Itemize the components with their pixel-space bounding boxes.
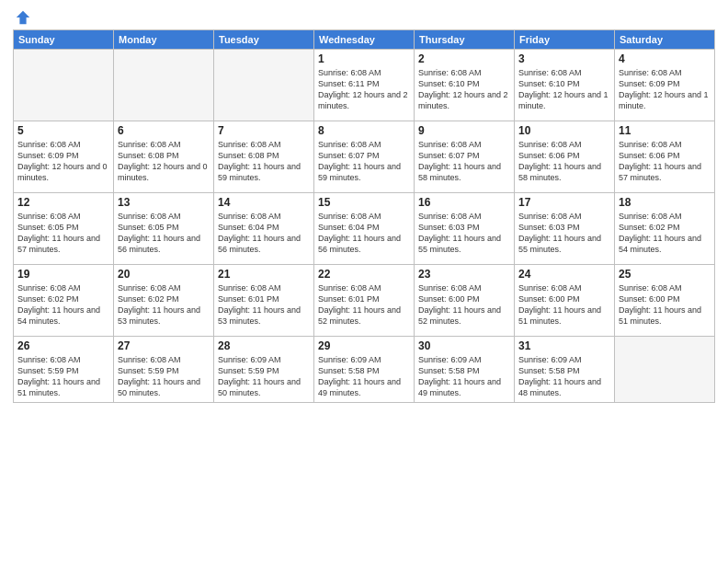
day-number: 11 [619,124,711,137]
calendar-cell: 29Sunrise: 6:09 AMSunset: 5:58 PMDayligh… [314,337,415,403]
calendar-cell: 15Sunrise: 6:08 AMSunset: 6:04 PMDayligh… [314,193,415,265]
day-number: 13 [118,196,210,209]
day-number: 2 [418,52,510,65]
calendar-cell: 7Sunrise: 6:08 AMSunset: 6:08 PMDaylight… [214,121,314,193]
day-number: 28 [218,339,310,352]
calendar-cell: 1Sunrise: 6:08 AMSunset: 6:11 PMDaylight… [314,50,415,121]
logo-icon [15,9,31,26]
day-info: Sunrise: 6:08 AMSunset: 6:01 PMDaylight:… [218,282,310,327]
calendar-cell: 13Sunrise: 6:08 AMSunset: 6:05 PMDayligh… [114,193,214,265]
day-number: 6 [118,124,210,137]
day-number: 22 [318,268,410,281]
calendar-cell: 23Sunrise: 6:08 AMSunset: 6:00 PMDayligh… [415,265,515,337]
calendar-cell: 6Sunrise: 6:08 AMSunset: 6:08 PMDaylight… [114,121,214,193]
day-number: 25 [619,268,711,281]
calendar-header-saturday: Saturday [615,30,715,50]
day-info: Sunrise: 6:08 AMSunset: 6:01 PMDaylight:… [318,282,410,327]
svg-marker-0 [17,11,29,24]
day-info: Sunrise: 6:08 AMSunset: 6:00 PMDaylight:… [518,282,610,327]
calendar-cell: 5Sunrise: 6:08 AMSunset: 6:09 PMDaylight… [14,121,114,193]
calendar-cell [114,50,214,121]
calendar-week-row-3: 12Sunrise: 6:08 AMSunset: 6:05 PMDayligh… [14,193,715,265]
calendar-cell: 31Sunrise: 6:09 AMSunset: 5:58 PMDayligh… [515,337,615,403]
calendar-header-monday: Monday [114,30,214,50]
day-number: 21 [218,268,310,281]
logo [13,9,31,24]
day-info: Sunrise: 6:08 AMSunset: 6:07 PMDaylight:… [418,139,510,184]
day-info: Sunrise: 6:08 AMSunset: 6:05 PMDaylight:… [17,211,109,256]
calendar-cell: 8Sunrise: 6:08 AMSunset: 6:07 PMDaylight… [314,121,415,193]
day-info: Sunrise: 6:08 AMSunset: 6:09 PMDaylight:… [619,67,711,112]
day-number: 24 [518,268,610,281]
calendar-cell [14,50,114,121]
day-number: 1 [318,52,410,65]
calendar-cell [615,337,715,403]
day-number: 4 [619,52,711,65]
day-info: Sunrise: 6:08 AMSunset: 6:09 PMDaylight:… [17,139,109,184]
header [13,9,715,24]
day-info: Sunrise: 6:09 AMSunset: 5:58 PMDaylight:… [418,354,510,399]
day-info: Sunrise: 6:08 AMSunset: 6:11 PMDaylight:… [318,67,410,112]
day-number: 14 [218,196,310,209]
calendar-cell: 22Sunrise: 6:08 AMSunset: 6:01 PMDayligh… [314,265,415,337]
calendar-header-friday: Friday [515,30,615,50]
calendar-cell [214,50,314,121]
day-info: Sunrise: 6:09 AMSunset: 5:59 PMDaylight:… [218,354,310,399]
day-number: 18 [619,196,711,209]
day-info: Sunrise: 6:09 AMSunset: 5:58 PMDaylight:… [518,354,610,399]
day-info: Sunrise: 6:08 AMSunset: 6:08 PMDaylight:… [118,139,210,184]
day-number: 17 [518,196,610,209]
calendar-cell: 18Sunrise: 6:08 AMSunset: 6:02 PMDayligh… [615,193,715,265]
day-info: Sunrise: 6:08 AMSunset: 6:06 PMDaylight:… [619,139,711,184]
calendar-week-row-5: 26Sunrise: 6:08 AMSunset: 5:59 PMDayligh… [14,337,715,403]
day-info: Sunrise: 6:08 AMSunset: 6:02 PMDaylight:… [619,211,711,256]
day-info: Sunrise: 6:08 AMSunset: 6:05 PMDaylight:… [118,211,210,256]
day-info: Sunrise: 6:08 AMSunset: 6:07 PMDaylight:… [318,139,410,184]
calendar-cell: 20Sunrise: 6:08 AMSunset: 6:02 PMDayligh… [114,265,214,337]
day-info: Sunrise: 6:08 AMSunset: 6:03 PMDaylight:… [418,211,510,256]
calendar-cell: 27Sunrise: 6:08 AMSunset: 5:59 PMDayligh… [114,337,214,403]
day-number: 15 [318,196,410,209]
day-number: 19 [17,268,109,281]
day-info: Sunrise: 6:08 AMSunset: 6:00 PMDaylight:… [418,282,510,327]
day-info: Sunrise: 6:08 AMSunset: 6:06 PMDaylight:… [518,139,610,184]
day-info: Sunrise: 6:09 AMSunset: 5:58 PMDaylight:… [318,354,410,399]
day-number: 16 [418,196,510,209]
day-number: 8 [318,124,410,137]
day-number: 26 [17,339,109,352]
day-info: Sunrise: 6:08 AMSunset: 6:04 PMDaylight:… [218,211,310,256]
calendar-week-row-2: 5Sunrise: 6:08 AMSunset: 6:09 PMDaylight… [14,121,715,193]
calendar-cell: 25Sunrise: 6:08 AMSunset: 6:00 PMDayligh… [615,265,715,337]
day-number: 27 [118,339,210,352]
day-info: Sunrise: 6:08 AMSunset: 6:10 PMDaylight:… [418,67,510,112]
day-number: 12 [17,196,109,209]
day-number: 30 [418,339,510,352]
day-info: Sunrise: 6:08 AMSunset: 6:02 PMDaylight:… [17,282,109,327]
calendar-header-sunday: Sunday [14,30,114,50]
day-info: Sunrise: 6:08 AMSunset: 5:59 PMDaylight:… [17,354,109,399]
calendar-cell: 24Sunrise: 6:08 AMSunset: 6:00 PMDayligh… [515,265,615,337]
calendar-cell: 2Sunrise: 6:08 AMSunset: 6:10 PMDaylight… [415,50,515,121]
calendar-cell: 10Sunrise: 6:08 AMSunset: 6:06 PMDayligh… [515,121,615,193]
calendar-cell: 4Sunrise: 6:08 AMSunset: 6:09 PMDaylight… [615,50,715,121]
day-info: Sunrise: 6:08 AMSunset: 5:59 PMDaylight:… [118,354,210,399]
day-number: 5 [17,124,109,137]
calendar-cell: 12Sunrise: 6:08 AMSunset: 6:05 PMDayligh… [14,193,114,265]
day-number: 10 [518,124,610,137]
calendar-table: SundayMondayTuesdayWednesdayThursdayFrid… [13,29,715,403]
day-info: Sunrise: 6:08 AMSunset: 6:03 PMDaylight:… [518,211,610,256]
day-number: 23 [418,268,510,281]
calendar-cell: 21Sunrise: 6:08 AMSunset: 6:01 PMDayligh… [214,265,314,337]
calendar-header-thursday: Thursday [415,30,515,50]
day-number: 7 [218,124,310,137]
calendar-cell: 3Sunrise: 6:08 AMSunset: 6:10 PMDaylight… [515,50,615,121]
page: SundayMondayTuesdayWednesdayThursdayFrid… [0,0,728,563]
day-info: Sunrise: 6:08 AMSunset: 6:10 PMDaylight:… [518,67,610,112]
calendar-cell: 26Sunrise: 6:08 AMSunset: 5:59 PMDayligh… [14,337,114,403]
calendar-header-row: SundayMondayTuesdayWednesdayThursdayFrid… [14,30,715,50]
day-info: Sunrise: 6:08 AMSunset: 6:08 PMDaylight:… [218,139,310,184]
calendar-cell: 11Sunrise: 6:08 AMSunset: 6:06 PMDayligh… [615,121,715,193]
day-number: 20 [118,268,210,281]
calendar-cell: 19Sunrise: 6:08 AMSunset: 6:02 PMDayligh… [14,265,114,337]
day-info: Sunrise: 6:08 AMSunset: 6:02 PMDaylight:… [118,282,210,327]
